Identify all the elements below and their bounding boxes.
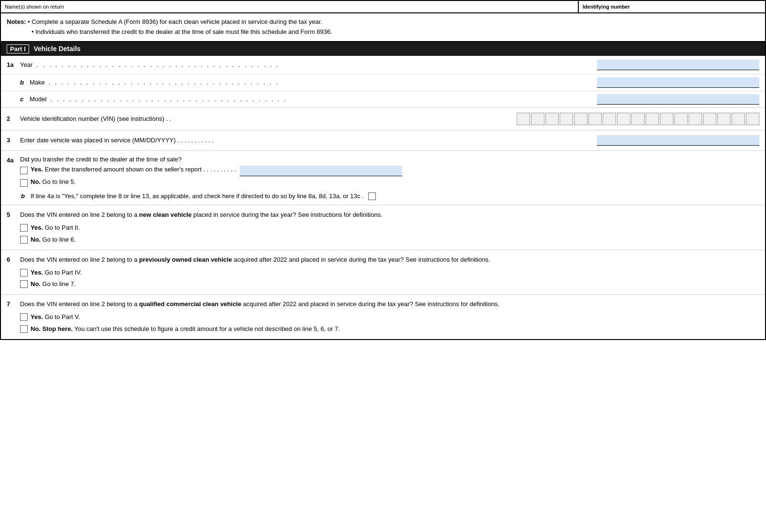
- line-7-intro: Does the VIN entered on line 2 belong to…: [20, 300, 139, 308]
- vin-box-7[interactable]: [603, 113, 616, 125]
- part1-title: Vehicle Details: [34, 45, 81, 53]
- vin-box-16[interactable]: [732, 113, 745, 125]
- line-1a-input[interactable]: [597, 60, 759, 70]
- line-3-input-wrap: [597, 135, 759, 146]
- id-label: Identifying number: [579, 1, 765, 12]
- line-1c-letter: c: [20, 96, 30, 103]
- line-6-intro: Does the VIN entered on line 2 belong to…: [20, 256, 139, 263]
- line-4a-content: Did you transfer the credit to the deale…: [20, 156, 759, 187]
- line-4a-no-text: Go to line 5.: [43, 178, 76, 185]
- line-7-yes-text: Yes. Go to Part V.: [31, 312, 80, 322]
- line-6: 6 Does the VIN entered on line 2 belong …: [1, 250, 765, 295]
- line-2-num: 2: [7, 115, 20, 122]
- line-1c-input-wrap: [597, 94, 759, 105]
- line-4a-question: Did you transfer the credit to the deale…: [20, 156, 759, 163]
- line-3-input[interactable]: [597, 135, 759, 146]
- line-5-no-row: No. Go to line 6.: [20, 235, 759, 245]
- line-4a-no-label: No.: [31, 178, 41, 185]
- vin-box-2[interactable]: [531, 113, 544, 125]
- line-7-rest: acquired after 2022 and placed in servic…: [241, 300, 500, 308]
- line-1a-label: Year: [20, 61, 32, 68]
- line-1c-dots: . . . . . . . . . . . . . . . . . . . . …: [50, 96, 593, 103]
- vin-boxes: [517, 113, 759, 125]
- line-6-no-text: No. Go to line 7.: [31, 279, 76, 289]
- line-7-no-row: No. Stop here. You can't use this schedu…: [20, 324, 759, 334]
- line-5-no-checkbox[interactable]: [20, 236, 28, 244]
- line-2: 2 Vehicle identification number (VIN) (s…: [1, 108, 765, 130]
- line-4a-yes-label: Yes.: [31, 166, 43, 173]
- line-5: 5 Does the VIN entered on line 2 belong …: [1, 205, 765, 250]
- line-1b-letter: b: [20, 79, 30, 86]
- part1-header: Part I Vehicle Details: [1, 42, 765, 56]
- line-7-bold: qualified commercial clean vehicle: [139, 300, 241, 308]
- line-5-text: Does the VIN entered on line 2 belong to…: [20, 210, 759, 220]
- vin-box-8[interactable]: [617, 113, 630, 125]
- line-1b-content: Make . . . . . . . . . . . . . . . . . .…: [30, 79, 597, 86]
- name-label: Name(s) shown on return: [1, 1, 579, 12]
- line-7-yes-checkbox[interactable]: [20, 313, 28, 321]
- line-4a-no-checkbox[interactable]: [20, 179, 28, 187]
- line-5-no-text: No. Go to line 6.: [31, 235, 76, 245]
- line-4b: b If line 4a is "Yes," complete line 8 o…: [1, 189, 765, 206]
- line-1a: 1a Year . . . . . . . . . . . . . . . . …: [1, 56, 765, 74]
- note-bullet-1: • Complete a separate Schedule A (Form 8…: [28, 18, 322, 25]
- line-1b-input-wrap: [597, 77, 759, 88]
- line-4a: 4a Did you transfer the credit to the de…: [1, 151, 765, 189]
- line-1b: b Make . . . . . . . . . . . . . . . . .…: [1, 74, 765, 91]
- line-5-yes-row: Yes. Go to Part II.: [20, 223, 759, 233]
- line-7-no-text: No. Stop here. You can't use this schedu…: [31, 324, 340, 334]
- lines-1abc: 1a Year . . . . . . . . . . . . . . . . …: [1, 56, 765, 108]
- line-4a-no-row: No. Go to line 5.: [20, 178, 759, 187]
- line-1c-content: Model . . . . . . . . . . . . . . . . . …: [30, 96, 597, 103]
- line-1b-input[interactable]: [597, 77, 759, 88]
- vin-box-10[interactable]: [646, 113, 659, 125]
- line-7-yes-row: Yes. Go to Part V.: [20, 312, 759, 322]
- line-5-intro: Does the VIN entered on line 2 belong to…: [20, 211, 139, 218]
- line-5-yes-checkbox[interactable]: [20, 224, 28, 232]
- vin-box-5[interactable]: [574, 113, 587, 125]
- vin-box-3[interactable]: [545, 113, 559, 125]
- line-6-no-checkbox[interactable]: [20, 280, 28, 288]
- line-1c-input[interactable]: [597, 94, 759, 105]
- line-1b-label: Make: [30, 79, 45, 86]
- line-4a-yes-input[interactable]: [240, 166, 402, 176]
- line-7: 7 Does the VIN entered on line 2 belong …: [1, 295, 765, 339]
- line-7-num: 7: [7, 299, 20, 308]
- line-5-bold: new clean vehicle: [139, 211, 192, 218]
- line-1a-num: 1a: [7, 61, 20, 68]
- vin-box-15[interactable]: [717, 113, 731, 125]
- line-7-content: Does the VIN entered on line 2 belong to…: [20, 299, 759, 334]
- line-6-yes-checkbox[interactable]: [20, 269, 28, 277]
- line-5-checkboxes: Yes. Go to Part II. No. Go to line 6.: [20, 223, 759, 245]
- line-7-no-checkbox[interactable]: [20, 325, 28, 333]
- note-bullet-2: Individuals who transferred the credit t…: [35, 28, 332, 35]
- line-4a-num: 4a: [7, 156, 20, 164]
- line-4a-yes-text: Enter the transferred amount shown on th…: [45, 166, 236, 173]
- vin-box-4[interactable]: [560, 113, 573, 125]
- line-4a-yes-input-wrap: [240, 166, 402, 176]
- line-5-num: 5: [7, 210, 20, 218]
- vin-box-6[interactable]: [588, 113, 602, 125]
- line-3-num: 3: [7, 137, 20, 144]
- line-3: 3 Enter date vehicle was placed in servi…: [1, 130, 765, 151]
- notes-label: Notes:: [7, 18, 26, 25]
- vin-box-12[interactable]: [674, 113, 688, 125]
- line-6-no-row: No. Go to line 7.: [20, 279, 759, 289]
- line-4a-yes-checkbox[interactable]: [20, 167, 28, 174]
- vin-box-11[interactable]: [660, 113, 673, 125]
- line-1a-dots: . . . . . . . . . . . . . . . . . . . . …: [36, 61, 593, 68]
- line-4a-row: 4a Did you transfer the credit to the de…: [7, 156, 759, 187]
- line-1c: c Model . . . . . . . . . . . . . . . . …: [1, 91, 765, 107]
- line-4b-content: If line 4a is "Yes," complete line 8 or …: [31, 192, 759, 202]
- vin-box-17[interactable]: [746, 113, 759, 125]
- vin-box-1[interactable]: [517, 113, 530, 125]
- line-6-checkboxes: Yes. Go to Part IV. No. Go to line 7.: [20, 268, 759, 290]
- line-4b-checkbox[interactable]: [368, 192, 376, 200]
- vin-box-14[interactable]: [703, 113, 716, 125]
- line-4b-letter: b: [21, 192, 31, 200]
- line-1a-content: Year . . . . . . . . . . . . . . . . . .…: [20, 61, 597, 68]
- line-6-num: 6: [7, 255, 20, 263]
- line-6-text: Does the VIN entered on line 2 belong to…: [20, 255, 759, 265]
- vin-box-9[interactable]: [631, 113, 645, 125]
- vin-box-13[interactable]: [689, 113, 702, 125]
